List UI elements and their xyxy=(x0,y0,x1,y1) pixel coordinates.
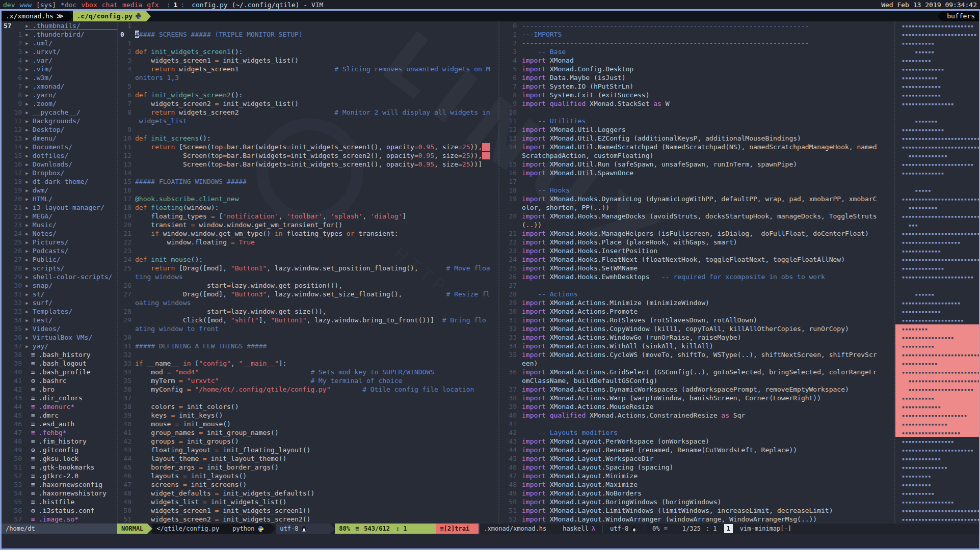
tree-item[interactable]: 3▸.urxvt/ xyxy=(2,47,117,56)
minimap-row[interactable]: ▪▪▪▪▪▪▪▪▪▪▪▪▪▪▪▪▪▪▪▪▪▪▪ xyxy=(895,30,979,39)
code-line[interactable]: 2---------------------------------------… xyxy=(499,39,894,47)
tree-item[interactable]: 54≡.haxornewshistory xyxy=(2,489,117,498)
minimap-row[interactable]: ▪▪▪▪▪▪▪ xyxy=(895,117,979,125)
minimap-row[interactable]: ▪▪▪▪▪▪▪▪▪ xyxy=(895,56,979,65)
tree-item[interactable]: 7▸.xmonad/ xyxy=(2,82,117,91)
workspace-chat[interactable]: chat xyxy=(102,1,118,9)
code-line[interactable]: 45import XMonad.Layout.WorkspaceDir xyxy=(499,454,894,463)
code-line[interactable]: 34 mod = "mod4" # Sets mod key to SUPER/… xyxy=(118,368,498,376)
code-line[interactable]: 37import XMonad.Actions.DynamicWorkspace… xyxy=(499,385,894,394)
tree-item[interactable]: 51≡.gtk-bookmarks xyxy=(2,463,117,472)
tree-item[interactable]: 48≡.fim_history xyxy=(2,437,117,446)
code-line[interactable]: 47import XMonad.Layout.Minimize xyxy=(499,472,894,480)
folder-collapsed-icon[interactable]: ▸ xyxy=(25,39,29,47)
tree-item[interactable]: 17▸Dropbox/ xyxy=(2,169,117,177)
minimap-row[interactable]: ▪▪▪▪▪▪ xyxy=(895,290,979,298)
minimap-viewport-row[interactable]: ▪▪▪▪▪▪▪▪▪▪▪▪▪▪▪▪ xyxy=(895,333,979,342)
code-line[interactable]: 0---------------------------------------… xyxy=(499,21,894,30)
minimap-row[interactable]: ▪▪▪▪▪▪▪▪▪▪▪▪▪▪▪▪▪▪▪▪▪▪▪▪▪▪▪▪ xyxy=(895,143,979,151)
tree-item[interactable]: 42≡.bro xyxy=(2,385,117,394)
code-line[interactable]: 30import XMonad.Actions.Promote xyxy=(499,307,894,316)
folder-collapsed-icon[interactable]: ▸ xyxy=(25,290,29,298)
code-line[interactable]: 48import XMonad.Layout.Maximize xyxy=(499,480,894,489)
folder-collapsed-icon[interactable]: ▸ xyxy=(25,342,29,350)
code-line[interactable]: 29import XMonad.Actions.Minimize (minimi… xyxy=(499,298,894,307)
folder-collapsed-icon[interactable]: ▸ xyxy=(25,82,29,91)
folder-collapsed-icon[interactable]: ▸ xyxy=(25,169,29,177)
code-line[interactable]: een) xyxy=(499,359,894,368)
minimap-viewport-row[interactable]: ▪▪▪▪▪▪▪▪ xyxy=(895,324,979,333)
code-line[interactable]: 5 xyxy=(118,82,498,91)
code-line[interactable]: 47 screens = init_screens() xyxy=(118,480,498,489)
folder-collapsed-icon[interactable]: ▸ xyxy=(25,108,29,117)
folder-collapsed-icon[interactable]: ▸ xyxy=(25,30,29,39)
minimap-row[interactable]: ▪▪▪▪▪▪ xyxy=(895,47,979,56)
minimap-row[interactable]: ▪▪▪▪▪▪▪▪▪ xyxy=(895,472,979,480)
minimap-row[interactable]: ▪▪▪▪▪▪▪▪▪▪▪▪▪▪▪▪▪▪▪▪▪▪▪▪ xyxy=(895,506,979,515)
minimap-row[interactable]: ▪▪▪▪▪▪▪▪▪▪▪▪▪▪▪▪▪▪▪ xyxy=(895,316,979,324)
minimap-row[interactable]: ▪▪▪▪▪▪▪▪▪▪▪▪▪ xyxy=(895,125,979,134)
minimap-viewport-row[interactable]: ▪▪▪▪▪▪▪▪▪▪▪▪▪▪▪▪▪▪ xyxy=(895,428,979,437)
workspace-sys[interactable]: [sys] xyxy=(36,1,56,9)
code-line[interactable]: 3 widgets_screen1 = init_widgets_list() xyxy=(118,56,498,65)
tree-item[interactable]: 40≡.bash_profile xyxy=(2,368,117,376)
code-line[interactable]: 33import XMonad.Actions.WindowGo (runOrR… xyxy=(499,333,894,342)
minimap-row[interactable] xyxy=(895,177,979,186)
folder-collapsed-icon[interactable]: ▸ xyxy=(25,246,29,255)
minimap-row[interactable]: ▪▪▪▪▪▪▪▪▪▪▪▪▪▪ xyxy=(895,463,979,472)
code-line[interactable]: 9import qualified XMonad.StackSet as W xyxy=(499,99,894,108)
tree-item[interactable]: 25▸Pictures/ xyxy=(2,238,117,246)
code-line[interactable]: omClassName, buildDefaultGSConfig) xyxy=(499,376,894,385)
tree-item[interactable]: 6▸.w3m/ xyxy=(2,73,117,82)
minimap-row[interactable]: ▪▪▪▪▪▪▪▪▪▪ xyxy=(895,39,979,47)
code-line[interactable]: 22import XMonad.Hooks.Place (placeHook, … xyxy=(499,238,894,246)
folder-collapsed-icon[interactable]: ▸ xyxy=(25,272,29,281)
code-line[interactable]: 36import XMonad.Actions.GridSelect (GSCo… xyxy=(499,368,894,376)
minimap-viewport-row[interactable]: ▪▪▪▪▪▪▪▪▪▪▪▪▪▪▪▪▪▪▪▪▪▪▪▪▪▪ xyxy=(895,368,979,376)
tree-item[interactable]: 38≡.bash_history xyxy=(2,350,117,359)
code-line[interactable]: 19import XMonad.Hooks.DynamicLog (dynami… xyxy=(499,195,894,203)
folder-collapsed-icon[interactable]: ▸ xyxy=(25,160,29,169)
minimap-row[interactable]: ▪▪▪▪▪▪▪▪▪▪▪▪▪▪▪▪▪▪▪▪▪▪▪▪▪▪▪▪ xyxy=(895,195,979,203)
folder-collapsed-icon[interactable]: ▸ xyxy=(25,186,29,195)
tab-config-py[interactable]: .c/q/config.py xyxy=(73,11,146,21)
code-line[interactable]: 17@hook.subscribe.client_new xyxy=(118,195,498,203)
minimap-row[interactable]: ▪▪▪▪▪▪▪▪▪▪▪▪ xyxy=(895,246,979,255)
code-line[interactable]: 39 keys = init_keys() xyxy=(118,411,498,420)
code-line[interactable]: 7 widgets_screen2 = init_widgets_list() xyxy=(118,99,498,108)
tree-item[interactable]: 4▸.var/ xyxy=(2,56,117,65)
code-line[interactable]: 31##### DEFINING A FEW THINGS ##### xyxy=(118,342,498,350)
code-line[interactable]: 18def floating(window): xyxy=(118,203,498,212)
tree-item[interactable]: 5▸.vim/ xyxy=(2,65,117,73)
minimap-viewport-row[interactable]: ▪▪▪▪▪▪▪▪▪▪▪▪▪▪ xyxy=(895,420,979,428)
tree-item[interactable]: 56⚙.i3status.conf xyxy=(2,506,117,515)
tree-item[interactable]: 21▸i3-layout-manager/ xyxy=(2,203,117,212)
tree-item[interactable]: 33▸Templates/ xyxy=(2,307,117,316)
code-line[interactable]: 11 -- Utilities xyxy=(499,117,894,125)
workspace-gfx[interactable]: gfx xyxy=(147,1,158,9)
tree-item[interactable]: 43≡.dir_colors xyxy=(2,394,117,402)
tree-item[interactable]: 35▸Videos/ xyxy=(2,324,117,333)
minimap-pane[interactable]: ▪▪▪▪▪▪▪▪▪▪▪▪▪▪▪▪▪▪▪▪▪▪ ▪▪▪▪▪▪▪▪▪▪▪▪▪▪▪▪▪… xyxy=(894,21,979,524)
tab-xmonad-hs[interactable]: .x/xmonad.hs ≫ xyxy=(2,11,68,21)
code-line[interactable]: 50import XMonad.Layout.BoringWindows (bo… xyxy=(499,498,894,506)
workspace-www[interactable]: www xyxy=(19,1,31,9)
tree-item[interactable]: 18▸dt-dark-theme/ xyxy=(2,177,117,186)
code-line[interactable]: 38import XMonad.Actions.Warp (warpToWind… xyxy=(499,394,894,402)
code-line[interactable]: 19 floating_types = ['notification', 'to… xyxy=(118,212,498,221)
code-line[interactable]: 25 return [Drag([mod], "Button1", lazy.w… xyxy=(118,264,498,272)
folder-collapsed-icon[interactable]: ▸ xyxy=(25,99,29,108)
folder-collapsed-icon[interactable]: ▸ xyxy=(25,21,29,30)
code-line[interactable]: 6def init_widgets_screen2(): xyxy=(118,91,498,99)
code-line[interactable]: 10def init_screens(): xyxy=(118,134,498,143)
tree-item[interactable]: 16▸Downloads/ xyxy=(2,160,117,169)
code-line[interactable]: 52import XMonad.Layout.WindowArranger (w… xyxy=(499,515,894,524)
code-line[interactable]: 18 -- Hooks xyxy=(499,186,894,195)
tree-item[interactable]: 49⚙.gitconfig xyxy=(2,446,117,454)
minimap-row[interactable]: ▪▪▪▪▪▪▪▪▪▪▪ xyxy=(895,73,979,82)
code-line[interactable]: 24def init_mouse(): xyxy=(118,255,498,264)
code-line[interactable]: 4 return widgets_screen1 # Slicing remov… xyxy=(118,65,498,73)
workspace-dev[interactable]: dev xyxy=(3,1,15,9)
folder-collapsed-icon[interactable]: ▸ xyxy=(25,281,29,290)
code-line[interactable]: 17 xyxy=(499,177,894,186)
